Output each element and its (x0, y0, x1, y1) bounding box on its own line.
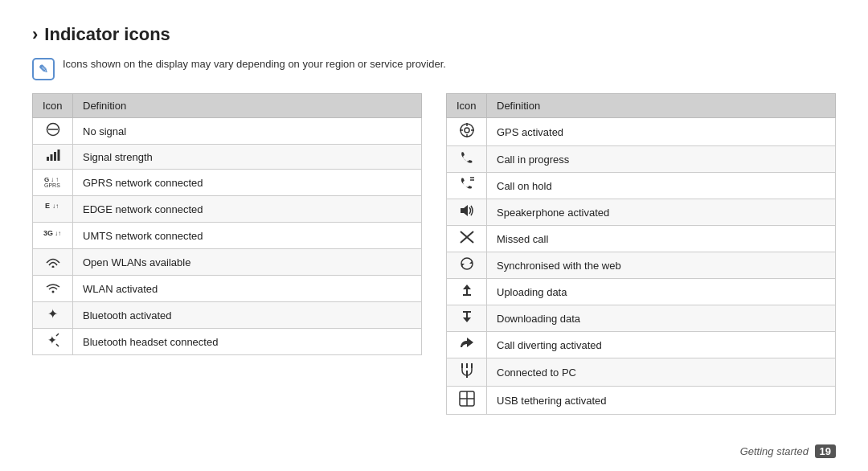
table-row: GPS activated (447, 118, 836, 146)
icon-cell: ✦ (33, 329, 73, 355)
table-row: WLAN activated (33, 276, 422, 302)
definition-cell: GPS activated (487, 118, 836, 146)
table-row: Synchronised with the web (447, 252, 836, 279)
svg-text:↓↑: ↓↑ (55, 230, 61, 237)
definition-cell: Speakerphone activated (487, 199, 836, 226)
table-row: No signal (33, 118, 422, 145)
svg-point-21 (465, 128, 469, 133)
icon-cell: ✦ (33, 302, 73, 329)
icon-cell: 3G↓↑ (33, 223, 73, 249)
definition-cell: Connected to PC (487, 358, 836, 387)
definition-cell: Call diverting activated (487, 332, 836, 358)
definition-cell: GPRS network connected (73, 170, 422, 196)
footer-page: 19 (815, 444, 836, 458)
definition-cell: USB tethering activated (487, 387, 836, 415)
svg-rect-3 (50, 154, 52, 161)
table-row: ✦Bluetooth headset connected (33, 329, 422, 355)
footer-text: Getting started (740, 445, 809, 457)
svg-marker-28 (461, 205, 468, 216)
icon-cell (33, 118, 73, 145)
chevron-right-icon: › (32, 24, 38, 45)
icon-cell (33, 276, 73, 302)
right-col-icon-header: Icon (447, 94, 487, 118)
table-row: G↓↑GPRSGPRS network connected (33, 170, 422, 196)
table-row: Call on hold (447, 173, 836, 199)
definition-cell: Bluetooth activated (73, 302, 422, 329)
definition-cell: Missed call (487, 226, 836, 252)
icon-cell (447, 199, 487, 226)
definition-cell: Downloading data (487, 305, 836, 332)
svg-text:✦: ✦ (47, 334, 57, 346)
table-row: Downloading data (447, 305, 836, 332)
icon-cell (447, 146, 487, 173)
table-row: Signal strength (33, 145, 422, 170)
svg-text:✦: ✦ (47, 307, 58, 321)
info-icon: ✎ (32, 58, 55, 80)
definition-cell: Synchronised with the web (487, 252, 836, 279)
definition-cell: EDGE network connected (73, 196, 422, 223)
svg-marker-37 (463, 317, 471, 322)
icon-cell (447, 252, 487, 279)
definition-cell: Bluetooth headset connected (73, 329, 422, 355)
note-text: Icons shown on the display may vary depe… (63, 56, 446, 72)
table-row: Missed call (447, 226, 836, 252)
definition-cell: WLAN activated (73, 276, 422, 302)
definition-cell: Signal strength (73, 145, 422, 170)
title-text: Indicator icons (44, 24, 170, 45)
right-column: Icon Definition GPS activatedCall in pro… (446, 93, 836, 415)
svg-point-15 (51, 291, 54, 293)
icon-cell (33, 145, 73, 170)
left-col-def-header: Definition (73, 94, 422, 118)
svg-marker-34 (463, 285, 471, 289)
left-col-icon-header: Icon (33, 94, 73, 118)
table-row: USB tethering activated (447, 387, 836, 415)
svg-rect-4 (54, 152, 56, 161)
note-box: ✎ Icons shown on the display may vary de… (32, 56, 836, 80)
svg-marker-31 (469, 260, 473, 264)
icon-cell (447, 279, 487, 305)
svg-point-14 (51, 266, 54, 268)
icon-cell: G↓↑GPRS (33, 170, 73, 196)
svg-text:↓↑: ↓↑ (52, 203, 59, 210)
footer: Getting started 19 (740, 444, 836, 458)
icon-cell (33, 249, 73, 276)
right-table: Icon Definition GPS activatedCall in pro… (446, 93, 836, 415)
table-row: Open WLANs available (33, 249, 422, 276)
svg-marker-32 (461, 264, 465, 267)
table-row: Call diverting activated (447, 332, 836, 358)
page-title: › Indicator icons (32, 24, 836, 45)
definition-cell: Uploading data (487, 279, 836, 305)
table-row: Uploading data (447, 279, 836, 305)
table-row: Connected to PC (447, 358, 836, 387)
right-col-def-header: Definition (487, 94, 836, 118)
right-table-header: Icon Definition (447, 94, 836, 118)
icon-cell (447, 332, 487, 358)
icon-cell (447, 226, 487, 252)
svg-text:E: E (45, 202, 50, 210)
definition-cell: Call on hold (487, 173, 836, 199)
definition-cell: UMTS network connected (73, 223, 422, 249)
svg-text:3G: 3G (43, 229, 53, 237)
definition-cell: Open WLANs available (73, 249, 422, 276)
icon-cell (447, 387, 487, 415)
content-columns: Icon Definition No signalSignal strength… (32, 93, 836, 415)
table-row: ✦Bluetooth activated (33, 302, 422, 329)
svg-rect-5 (57, 149, 59, 161)
left-table-header: Icon Definition (33, 94, 422, 118)
table-row: 3G↓↑UMTS network connected (33, 223, 422, 249)
icon-cell (447, 118, 487, 146)
icon-cell (447, 305, 487, 332)
definition-cell: Call in progress (487, 146, 836, 173)
svg-text:GPRS: GPRS (44, 182, 60, 188)
table-row: E↓↑EDGE network connected (33, 196, 422, 223)
icon-cell (447, 173, 487, 199)
table-row: Speakerphone activated (447, 199, 836, 226)
table-row: Call in progress (447, 146, 836, 173)
left-table: Icon Definition No signalSignal strength… (32, 93, 422, 355)
definition-cell: No signal (73, 118, 422, 145)
icon-cell: E↓↑ (33, 196, 73, 223)
icon-cell (447, 358, 487, 387)
svg-rect-2 (47, 157, 49, 161)
left-column: Icon Definition No signalSignal strength… (32, 93, 422, 415)
